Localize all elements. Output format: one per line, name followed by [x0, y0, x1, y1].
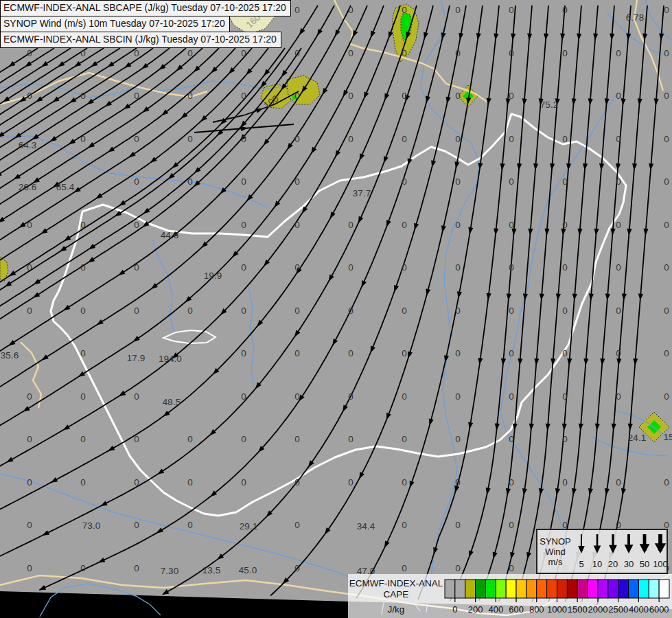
wind-speed-label: 100: [653, 559, 667, 569]
cape-color-cell: [629, 580, 639, 598]
zero-value: 0: [509, 91, 514, 101]
zero-value: 0: [80, 134, 86, 144]
zero-value: 0: [402, 434, 407, 444]
zero-value: 0: [616, 306, 621, 316]
zero-value: 0: [402, 306, 407, 316]
zero-value: 0: [455, 220, 461, 230]
zero-value: 0: [27, 306, 32, 316]
station-value: 26.6: [19, 182, 36, 192]
zero-value: 0: [664, 91, 669, 101]
zero-value: 0: [348, 262, 354, 273]
zero-value: 0: [616, 477, 621, 488]
zero-value: 0: [616, 91, 621, 101]
zero-value: 0: [402, 134, 407, 144]
cape-color-cell: [476, 580, 486, 598]
cape-tick-label: 6000: [649, 604, 669, 615]
zero-value: 0: [241, 306, 246, 316]
zero-value: 0: [294, 348, 300, 358]
zero-value: 0: [294, 5, 300, 15]
wind-legend-line2: Wind: [537, 547, 573, 557]
wind-speed-label: 10: [592, 559, 602, 569]
zero-value: 0: [27, 91, 32, 101]
zero-value: 0: [455, 5, 461, 15]
zero-value: 0: [27, 262, 32, 273]
map-title-block: ECMWF-INDEX-ANAL SBCAPE (J/kg) Tuesday 0…: [0, 0, 291, 48]
wind-arrow-icon: [578, 546, 585, 553]
zero-value: 0: [80, 91, 86, 101]
wind-speed-label: 50: [640, 559, 649, 569]
zero-value: 0: [455, 520, 461, 530]
cape-color-cell: [465, 580, 476, 598]
zero-value: 0: [187, 134, 193, 144]
cape-tick-label: 2500: [608, 604, 628, 615]
zero-value: 0: [348, 306, 354, 316]
zero-value: 0: [455, 134, 461, 144]
zero-value: 0: [134, 563, 139, 573]
zero-value: 0: [509, 477, 514, 488]
zero-value: 0: [241, 348, 246, 358]
zero-value: 0: [664, 5, 669, 15]
zero-value: 0: [134, 48, 139, 58]
zero-value: 0: [562, 176, 568, 187]
zero-value: 0: [80, 391, 86, 402]
zero-value: 0: [455, 434, 461, 444]
cape-legend-name-line1: ECMWF-INDEX-ANAL: [348, 578, 444, 589]
cape-legend-name-line2: CAPE: [348, 589, 444, 600]
wind-speed-label: 30: [624, 559, 634, 569]
zero-value: 0: [402, 220, 407, 230]
zero-value: 0: [134, 477, 139, 488]
wind-legend-line1: SYNOP: [537, 536, 573, 547]
cape-tick-label: 1500: [568, 604, 588, 615]
zero-value: 0: [80, 563, 86, 573]
zero-value: 0: [241, 434, 246, 444]
zero-value: 0: [509, 134, 514, 144]
cape-color-cell: [577, 580, 588, 598]
zero-value: 0: [664, 262, 669, 273]
wind-legend-line3: m/s: [537, 557, 573, 567]
cape-tick-label: 600: [509, 604, 524, 615]
zero-value: 0: [402, 520, 407, 530]
cape-color-cell: [496, 580, 506, 598]
cape-tick-label: 200: [468, 604, 483, 615]
cape-tick-label: 4000: [629, 604, 649, 615]
zero-value: 0: [402, 391, 407, 402]
cape-tick-label: 1000: [547, 604, 567, 615]
zero-value: 0: [509, 391, 514, 402]
zero-value: 0: [562, 262, 568, 273]
zero-value: 0: [294, 220, 300, 230]
zero-value: 0: [241, 391, 246, 402]
cape-color-cell: [557, 580, 568, 598]
zero-value: 0: [80, 434, 86, 444]
zero-value: 0: [134, 91, 139, 101]
zero-value: 0: [509, 220, 514, 230]
zero-value: 0: [402, 477, 407, 488]
station-value: 19.9: [204, 271, 222, 281]
zero-value: 0: [455, 48, 461, 58]
cape-color-cell: [608, 580, 618, 598]
weather-map-page: 0000000000000000000000000000000000000000…: [0, 0, 672, 618]
wind-arrow-icon: [640, 544, 650, 553]
zero-value: 0: [455, 176, 461, 187]
zero-value: 0: [80, 348, 86, 358]
zero-value: 0: [402, 563, 407, 573]
station-value: 64.3: [19, 140, 36, 150]
zero-value: 0: [348, 348, 354, 358]
zero-value: 0: [134, 306, 139, 316]
zero-value: 0: [294, 563, 300, 573]
zero-value: 0: [455, 91, 461, 101]
zero-value: 0: [294, 262, 300, 273]
wind-speed-legend: SYNOP Wind m/s 510203050100: [536, 529, 668, 574]
zero-value: 0: [664, 391, 669, 402]
zero-value: 0: [294, 434, 300, 444]
zero-value: 0: [134, 220, 139, 230]
zero-value: 0: [348, 134, 354, 144]
cape-color-cell: [537, 580, 547, 598]
wind-arrow-icon: [655, 543, 666, 553]
zero-value: 0: [664, 176, 669, 187]
zero-value: 0: [27, 520, 32, 530]
station-value: 6.78: [626, 12, 644, 23]
station-value: 35.6: [1, 350, 19, 360]
station-value: 75.2: [540, 100, 558, 110]
title-synop-wind: SYNOP Wind (m/s) 10m Tuesday 07-10-2025 …: [0, 16, 230, 32]
wind-legend-label: SYNOP Wind m/s: [537, 530, 573, 573]
